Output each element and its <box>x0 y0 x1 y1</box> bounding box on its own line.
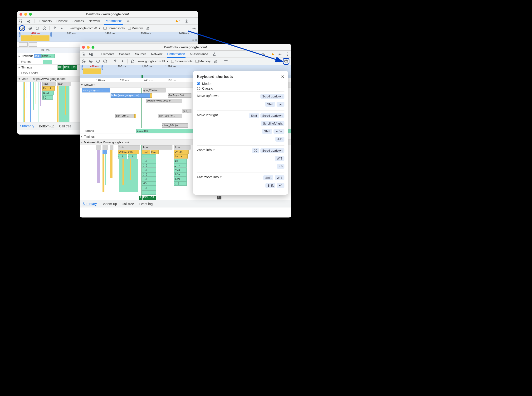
sidebar-toggle-icon[interactable] <box>224 59 228 64</box>
gear-icon[interactable] <box>184 19 188 23</box>
collect-garbage-icon[interactable] <box>213 59 218 64</box>
screenshot-thumb[interactable] <box>29 42 37 47</box>
collapse-icon[interactable]: ▾ <box>18 77 21 81</box>
clear-icon[interactable] <box>103 59 107 64</box>
memory-checkbox[interactable]: Memory <box>128 26 143 30</box>
flame-bar[interactable]: (..) <box>42 95 53 99</box>
task-bar[interactable]: Task <box>42 82 56 86</box>
recording-selector[interactable]: www.google.com #1▾ <box>138 59 168 63</box>
tab-sources[interactable]: Sources <box>135 52 147 56</box>
flame-bar[interactable]: F…l <box>142 150 150 154</box>
clear-icon[interactable] <box>42 26 47 30</box>
net-item[interactable]: oog <box>34 54 41 58</box>
kebab-icon[interactable]: ⋮ <box>192 19 196 23</box>
expand-icon[interactable]: ▸ <box>81 135 83 138</box>
close-icon[interactable]: ✕ <box>281 74 284 79</box>
flame-bar[interactable]: NCa <box>174 168 187 172</box>
warning-badge[interactable]: 1 <box>175 19 181 23</box>
flame-bar[interactable]: Ru…s <box>174 154 188 158</box>
flame-bar[interactable]: (…) <box>142 159 156 163</box>
collect-garbage-icon[interactable] <box>146 26 150 30</box>
tab-console[interactable]: Console <box>56 19 68 23</box>
close-dot[interactable] <box>19 13 22 16</box>
net-request[interactable]: gen_204 (w… <box>143 88 166 93</box>
download-icon[interactable] <box>60 26 64 30</box>
task-bar[interactable]: Task <box>142 145 172 150</box>
footer-tab-eventlog[interactable]: Event log <box>139 202 153 206</box>
zoom-dot[interactable] <box>92 46 95 49</box>
net-request[interactable]: client_204 (w <box>162 123 188 128</box>
screenshots-checkbox[interactable]: Screenshots <box>171 59 192 63</box>
gear-icon[interactable] <box>192 26 196 30</box>
tab-elements[interactable]: Elements <box>38 19 52 23</box>
flame-bar[interactable]: c <box>142 190 156 195</box>
net-item[interactable]: deskt… <box>41 54 55 58</box>
expand-icon[interactable]: ▸ <box>18 54 21 58</box>
flame-bar[interactable]: (…) <box>142 168 156 172</box>
kebab-icon[interactable]: ⋮ <box>286 52 290 56</box>
tab-ai-assistance[interactable]: AI assistance <box>189 52 209 56</box>
net-request[interactable]: search (www.google <box>146 99 182 103</box>
flame-bar[interactable]: kKa <box>142 181 156 186</box>
close-dot[interactable] <box>82 46 85 49</box>
footer-tab-summary[interactable]: Summary <box>20 124 34 128</box>
net-request[interactable]: www.google.co… <box>82 88 110 93</box>
timing-marker[interactable]: CP <box>150 196 156 200</box>
footer-tab-calltree[interactable]: Call tree <box>59 124 71 128</box>
frame-bar[interactable] <box>43 60 52 64</box>
flame-bar[interactable]: (…) <box>142 163 156 168</box>
upload-icon[interactable] <box>113 59 118 64</box>
flame-bar[interactable]: (…) <box>118 154 127 158</box>
tab-console[interactable]: Console <box>118 52 131 56</box>
flame-bar[interactable]: e.wa <box>174 177 187 181</box>
flame-bar[interactable]: R… <box>151 150 159 154</box>
overview-handle-right[interactable] <box>101 65 103 70</box>
flask-icon[interactable] <box>212 52 216 56</box>
reload-icon[interactable] <box>96 59 100 64</box>
record-reload-icon[interactable] <box>20 26 24 30</box>
flame-bar[interactable]: (a…) <box>42 91 54 95</box>
screenshot-thumb[interactable] <box>19 42 28 47</box>
inspect-icon[interactable] <box>82 52 85 56</box>
task-bar[interactable]: Task <box>174 145 190 150</box>
tab-network[interactable]: Network <box>88 19 100 23</box>
task-bar[interactable]: Task <box>57 82 71 86</box>
device-icon[interactable] <box>27 19 30 23</box>
record-icon[interactable] <box>89 59 93 64</box>
flame-bar[interactable]: (…) <box>128 154 137 158</box>
collapse-icon[interactable]: ▾ <box>81 83 83 87</box>
footer-tab-bottomup[interactable]: Bottom-up <box>101 202 117 206</box>
flame-bar[interactable]: RCa <box>174 172 187 177</box>
upload-icon[interactable] <box>53 26 57 30</box>
expand-icon[interactable]: ▸ <box>18 66 21 69</box>
tab-elements[interactable]: Elements <box>101 52 115 56</box>
net-request[interactable]: hpba (www.google.com) <box>111 93 150 98</box>
timing-marker[interactable]: F <box>139 196 142 200</box>
overview-handle-right[interactable] <box>50 32 52 37</box>
more-tabs-icon[interactable]: ≫ <box>262 52 265 56</box>
minimize-dot[interactable] <box>87 46 90 49</box>
flame-bar[interactable]: (…) <box>174 181 187 186</box>
memory-checkbox[interactable]: Memory <box>195 59 211 63</box>
record-icon[interactable] <box>28 26 32 30</box>
help-icon[interactable] <box>284 59 288 64</box>
tab-network[interactable]: Network <box>151 52 163 56</box>
flame-eval[interactable]: Evalu…cript <box>118 150 139 154</box>
zoom-dot[interactable] <box>29 13 32 16</box>
device-icon[interactable] <box>89 52 93 56</box>
more-tabs-icon[interactable]: ≫ <box>127 19 130 23</box>
flame-bar[interactable]: (…) <box>142 186 156 190</box>
flame-bar[interactable]: a… <box>142 154 156 158</box>
footer-tab-bottomup[interactable]: Bottom-up <box>39 124 54 128</box>
timing-l-marker[interactable]: L <box>217 196 221 199</box>
inspect-icon[interactable] <box>19 19 23 23</box>
flame-bar[interactable]: (…) <box>142 177 156 181</box>
warning-icon[interactable] <box>271 53 274 55</box>
minimize-dot[interactable] <box>24 13 27 16</box>
flame-bar[interactable]: _…a <box>174 163 187 168</box>
download-icon[interactable] <box>120 59 125 64</box>
tab-sources[interactable]: Sources <box>72 19 84 23</box>
timing-marker[interactable]: DCL <box>143 196 150 200</box>
footer-tab-calltree[interactable]: Call tree <box>122 202 134 206</box>
screenshots-checkbox[interactable]: Screenshots <box>103 26 125 30</box>
